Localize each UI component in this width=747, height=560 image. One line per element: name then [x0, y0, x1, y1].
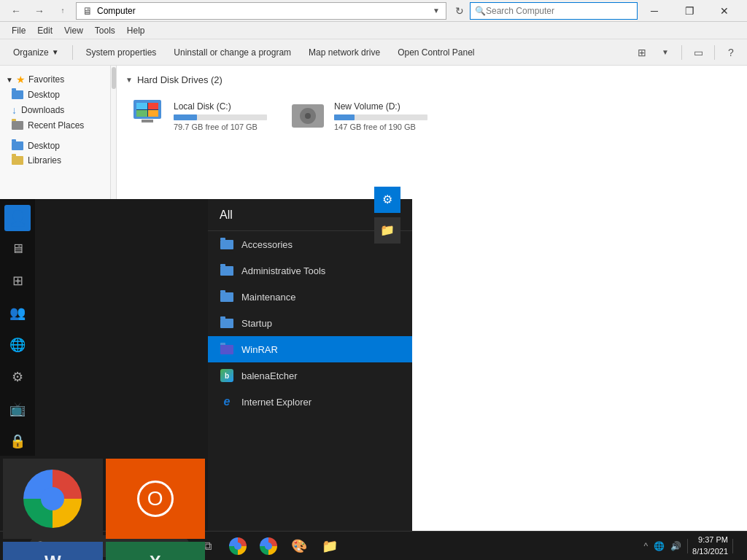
all-gear-button[interactable]: ⚙ — [374, 187, 400, 213]
user-icon-btn[interactable]: 👤 — [4, 205, 31, 231]
all-menu-maintenance[interactable]: Maintenance — [208, 284, 412, 310]
uninstall-button[interactable]: Uninstall or change a program — [166, 42, 298, 63]
libraries-icon — [12, 156, 23, 165]
close-button[interactable]: ✕ — [708, 0, 741, 22]
recent-places-label: Recent Places — [28, 120, 84, 131]
accessories-folder-icon — [220, 237, 234, 252]
all-menu-list: Accessories Administrative Tools Mainten… — [208, 231, 412, 531]
system-properties-button[interactable]: System properties — [79, 42, 164, 63]
toolbar-right: ⊞ ▼ ▭ ? — [632, 42, 741, 63]
tile-excel[interactable]: X — [106, 542, 206, 560]
tile-word[interactable]: W — [3, 542, 103, 560]
chrome-task-inner — [234, 542, 241, 550]
monitor-sidebar-btn[interactable]: 🖥 — [3, 234, 32, 263]
folder-sm-maintenance — [220, 292, 233, 302]
downloads-arrow-icon: ↓ — [12, 104, 17, 116]
all-menu-balena[interactable]: b balenaEtcher — [208, 362, 412, 389]
up-button[interactable]: ↑ — [53, 1, 73, 21]
desktop2-icon — [12, 141, 23, 150]
menu-tools[interactable]: Tools — [89, 24, 121, 37]
grid-sidebar-btn[interactable]: ⊞ — [3, 266, 32, 295]
menu-bar: File Edit View Tools Help — [0, 22, 747, 39]
refresh-button[interactable]: ↻ — [449, 1, 470, 21]
admin-folder-icon — [220, 263, 234, 278]
all-menu-administrative-tools[interactable]: Administrative Tools — [208, 257, 412, 284]
menu-help[interactable]: Help — [121, 24, 151, 37]
all-menu-ie[interactable]: e Internet Explorer — [208, 389, 412, 415]
help-button[interactable]: ? — [721, 42, 741, 63]
all-menu-winrar[interactable]: WinRAR — [208, 336, 412, 362]
taskbar-explorer-button[interactable]: 📁 — [315, 532, 344, 561]
organize-label: Organize — [13, 47, 49, 58]
toolbar-sep-1 — [72, 45, 73, 60]
excel-icon: X — [150, 552, 161, 561]
chrome-task-icon — [229, 537, 247, 555]
tray-arrow[interactable]: ^ — [642, 540, 649, 553]
tiles-main: O W X R 📦 P — [0, 456, 208, 560]
word-icon: W — [44, 552, 61, 561]
restore-button[interactable]: ❐ — [673, 0, 706, 22]
lock-sidebar-btn[interactable]: 🔒 — [3, 427, 32, 456]
forward-button[interactable]: → — [29, 1, 50, 21]
tile-opera[interactable]: O — [106, 459, 206, 539]
desktop2-label: Desktop — [28, 141, 60, 151]
globe-sidebar-btn[interactable]: 🌐 — [3, 330, 32, 359]
taskbar-chrome2-button[interactable] — [254, 532, 283, 561]
tiles-grid: O W X R 📦 P — [0, 456, 208, 560]
hard-disk-title: Hard Disk Drives (2) — [137, 74, 222, 85]
recent-places-icon — [12, 121, 23, 130]
view-dropdown-button[interactable]: ▼ — [655, 42, 676, 63]
drive-d-icon — [290, 98, 325, 133]
drive-d-item[interactable]: New Volume (D:) 147 GB free of 190 GB — [286, 94, 432, 138]
all-menu-startup[interactable]: Startup — [208, 310, 412, 336]
system-clock[interactable]: 9:37 PM 8/13/2021 — [692, 534, 728, 557]
drive-d-info: New Volume (D:) 147 GB free of 190 GB — [334, 101, 427, 131]
taskbar-paint-button[interactable]: 🎨 — [285, 532, 314, 561]
drive-c-bar-fill — [174, 114, 197, 120]
tray-network-icon[interactable]: 🌐 — [652, 540, 666, 553]
taskbar-chrome-button[interactable] — [223, 532, 252, 561]
all-menu-accessories[interactable]: Accessories — [208, 231, 412, 257]
menu-file[interactable]: File — [6, 24, 31, 37]
hard-disk-header: ▼ Hard Disk Drives (2) — [125, 74, 738, 85]
opera-icon: O — [137, 481, 174, 517]
sidebar-item-desktop[interactable]: Desktop — [0, 88, 117, 102]
view-toggle-button[interactable]: ⊞ — [632, 42, 652, 63]
favorites-label: Favorites — [28, 74, 64, 85]
tray-divider — [687, 539, 688, 553]
address-chevron: ▼ — [433, 7, 440, 15]
display-sidebar-btn[interactable]: 📺 — [3, 394, 32, 424]
settings-sidebar-btn[interactable]: ⚙ — [3, 362, 32, 392]
tray-volume-icon[interactable]: 🔊 — [669, 540, 683, 553]
all-apps-panel: All ⚙ 📁 Accessories Administrative Tools — [208, 199, 412, 531]
open-control-panel-button[interactable]: Open Control Panel — [390, 42, 481, 63]
address-bar[interactable]: 🖥 Computer ▼ — [76, 2, 446, 20]
address-text: Computer — [97, 6, 136, 16]
clock-divider — [732, 539, 733, 553]
minimize-button[interactable]: ─ — [638, 0, 671, 22]
sidebar-item-libraries[interactable]: Libraries — [0, 153, 117, 168]
organize-button[interactable]: Organize ▼ — [6, 42, 66, 63]
tile-chrome[interactable] — [3, 459, 103, 539]
back-button[interactable]: ← — [6, 1, 26, 21]
startup-folder-icon — [220, 316, 234, 330]
maintenance-label: Maintenance — [241, 292, 295, 303]
user-sidebar-btn[interactable]: 👥 — [3, 298, 32, 327]
show-desktop-button[interactable] — [738, 532, 741, 561]
favorites-header[interactable]: ▼ ★ Favorites — [0, 71, 117, 88]
menu-edit[interactable]: Edit — [31, 24, 58, 37]
ie-logo: e — [224, 395, 231, 408]
nav-controls: ← → ↑ — [6, 1, 73, 21]
search-bar[interactable]: 🔍 — [470, 2, 638, 20]
map-network-button[interactable]: Map network drive — [301, 42, 387, 63]
sidebar-item-desktop2[interactable]: Desktop — [0, 139, 117, 153]
preview-pane-button[interactable]: ▭ — [688, 42, 708, 63]
search-input[interactable] — [486, 6, 632, 16]
downloads-label: Downloads — [21, 105, 64, 115]
drive-c-item[interactable]: Local Disk (C:) 79.7 GB free of 107 GB — [125, 94, 271, 138]
drive-d-bar-bg — [334, 114, 427, 120]
menu-view[interactable]: View — [58, 24, 89, 37]
sidebar-item-recent-places[interactable]: Recent Places — [0, 118, 117, 133]
sidebar-item-downloads[interactable]: ↓ Downloads — [0, 102, 117, 118]
drive-c-free: 79.7 GB free of 107 GB — [174, 122, 267, 131]
